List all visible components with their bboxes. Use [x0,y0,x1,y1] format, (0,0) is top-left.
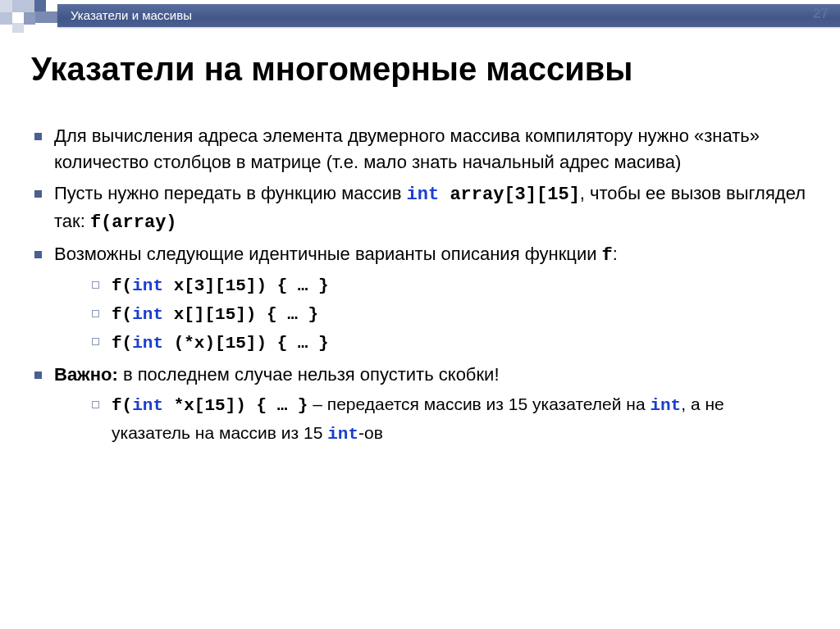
deco-square [34,0,46,11]
code: f [602,245,613,266]
code-part: x[3][15]) { … } [163,276,329,295]
code: f(int x[3][15]) { … } [112,276,329,295]
keyword: int [132,334,163,353]
strong-text: Важно: [54,364,118,385]
keyword: int [132,276,163,295]
code: f(int (*x)[15]) { … } [112,334,329,353]
keyword: int [407,185,440,205]
text: – передается массив из 15 указателей на [308,394,650,413]
list-item: Пусть нужно передать в функцию массив in… [31,180,807,236]
deco-square [12,0,34,12]
deco-square [34,11,57,23]
text: : [613,244,618,264]
keyword: int [650,396,681,415]
deco-square [24,12,35,25]
keyword: int [132,305,163,324]
list-item: f(int (*x)[15]) { … } [89,329,807,358]
code-part: *x[15]) { … } [163,396,308,415]
code-part: f( [112,396,132,415]
bullet-list: Для вычисления адреса элемента двумерног… [31,123,807,448]
list-item: f(int *x[15]) { … } – передается массив … [89,391,807,448]
corner-decoration [0,0,57,33]
code-part: f( [112,334,132,353]
code-part: (*x)[15]) { … } [163,334,329,353]
header-bar: Указатели и массивы [57,4,840,27]
list-item: Возможны следующие идентичные варианты о… [31,241,807,358]
slide: Указатели и массивы 27 Указатели на мног… [0,0,840,629]
code-part: x[][15]) { … } [163,305,318,324]
slide-title: Указатели на многомерные массивы [31,51,815,88]
deco-square [0,12,12,25]
text: Пусть нужно передать в функцию массив [54,183,407,203]
sub-list: f(int x[3][15]) { … } f(int x[][15]) { …… [54,271,807,357]
code: f(array) [90,212,177,233]
code: f(int *x[15]) { … } [112,396,308,415]
list-item: f(int x[3][15]) { … } [89,271,807,300]
text: в последнем случае нельзя опустить скобк… [118,364,500,385]
code-rest: array[3][15] [439,185,580,205]
list-item: f(int x[][15]) { … } [89,300,807,329]
deco-square [12,23,24,33]
text: Возможны следующие идентичные варианты о… [54,244,602,264]
list-item: Для вычисления адреса элемента двумерног… [31,123,807,175]
code: int array[3][15] [407,185,580,205]
deco-square [0,0,12,12]
page-number: 27 [813,6,829,22]
text: Для вычисления адреса элемента двумерног… [54,125,760,172]
text: -ов [358,423,383,442]
sub-list: f(int *x[15]) { … } – передается массив … [54,391,807,448]
keyword: int [132,396,163,415]
code-part: f( [112,276,132,295]
content-area: Для вычисления адреса элемента двумерног… [31,123,807,613]
keyword: int [327,425,358,444]
code-part: f( [112,305,132,324]
list-item: Важно: в последнем случае нельзя опустит… [31,362,807,448]
code: f(int x[][15]) { … } [112,305,318,324]
header-text: Указатели и массивы [71,8,192,22]
